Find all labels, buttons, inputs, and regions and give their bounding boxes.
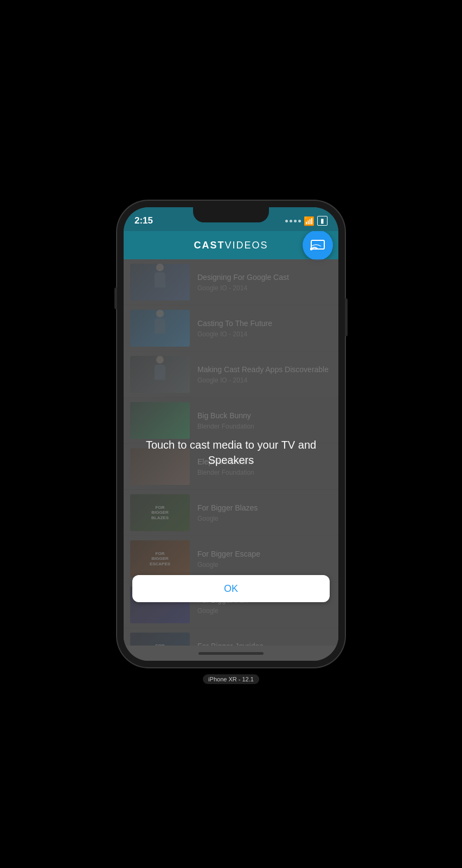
ok-button[interactable]: OK (132, 575, 330, 602)
home-bar (198, 652, 264, 655)
status-icons: 📶 ▮ (285, 216, 328, 226)
video-list[interactable]: Designing For Google CastGoogle IO - 201… (124, 259, 338, 646)
phone-label: iPhone XR - 12.1 (203, 674, 259, 684)
cast-tooltip-text: Touch to cast media to your TV and Speak… (124, 426, 338, 478)
signal-dot (294, 220, 297, 222)
battery-icon: ▮ (317, 216, 328, 226)
app-header: CASTVIDEOS (124, 231, 338, 259)
signal-dot (285, 220, 288, 222)
notch (193, 207, 269, 222)
ok-button-label: OK (224, 583, 238, 595)
cast-icon (310, 239, 325, 251)
phone-frame: 2:15 📶 ▮ CASTVIDEOS (117, 201, 345, 667)
signal-dot (290, 220, 292, 222)
signal-dots (285, 220, 301, 222)
cast-button[interactable] (303, 230, 333, 260)
phone-screen: 2:15 📶 ▮ CASTVIDEOS (124, 207, 338, 661)
wifi-icon: 📶 (304, 216, 315, 226)
app-title: CASTVIDEOS (194, 240, 268, 251)
signal-dot (298, 220, 301, 222)
home-indicator (124, 646, 338, 661)
status-time: 2:15 (134, 215, 153, 226)
